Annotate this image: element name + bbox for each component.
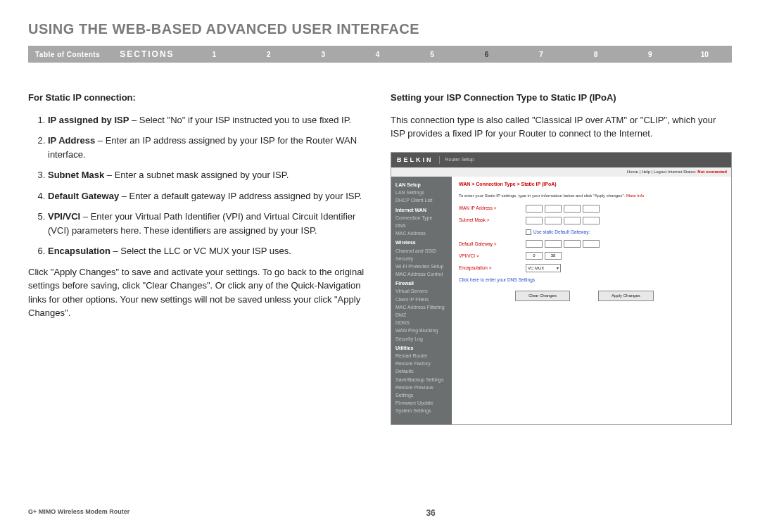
lbl-subnet: Subnet Mask > — [459, 217, 526, 224]
side-system-settings[interactable]: System Settings — [395, 407, 448, 414]
step-5-label: VPI/VCI — [48, 211, 80, 222]
section-navbar: Table of Contents SECTIONS 1 2 3 4 5 6 7… — [28, 46, 732, 63]
rs-main: WAN > Connection Type > Static IP (IPoA)… — [452, 177, 731, 424]
rs-sidebar: LAN Setup LAN Settings DHCP Client List … — [391, 177, 452, 424]
step-6-text: – Select the LLC or VC MUX your ISP uses… — [110, 246, 291, 256]
left-column: For Static IP connection: IP assigned by… — [28, 91, 369, 425]
step-3-label: Subnet Mask — [48, 170, 104, 180]
lbl-wanip: WAN IP Address > — [459, 205, 526, 212]
step-6-label: Encapsulation — [48, 246, 110, 256]
step-6: Encapsulation – Select the LLC or VC MUX… — [48, 244, 369, 258]
rs-instructions: To enter your Static IP settings, type i… — [459, 193, 724, 199]
rs-instr-text: To enter your Static IP settings, type i… — [459, 194, 625, 198]
encaps-value: VC MUX — [528, 265, 544, 272]
nav-toc[interactable]: Table of Contents — [28, 51, 107, 58]
nav-section-1[interactable]: 1 — [187, 51, 241, 58]
step-1-text: – Select "No" if your ISP instructed you… — [129, 115, 351, 125]
right-column: Setting your ISP Connection Type to Stat… — [391, 91, 732, 425]
side-security-log[interactable]: Security Log — [395, 335, 448, 343]
nav-section-8[interactable]: 8 — [569, 51, 623, 58]
side-mac[interactable]: MAC Address — [395, 229, 448, 237]
side-wireless: Wireless — [395, 239, 448, 246]
vci-value[interactable]: 38 — [545, 252, 562, 260]
nav-section-6[interactable]: 6 — [460, 51, 514, 58]
subnet-input[interactable] — [526, 217, 600, 224]
steps-list: IP assigned by ISP – Select "No" if your… — [28, 113, 369, 258]
step-2-label: IP Address — [48, 135, 95, 146]
side-channel-ssid[interactable]: Channel and SSID — [395, 247, 448, 255]
side-wps[interactable]: Wi-Fi Protected Setup — [395, 262, 448, 270]
nav-section-9[interactable]: 9 — [623, 51, 677, 58]
side-lan: LAN Setup — [395, 181, 448, 189]
side-client-ip-filters[interactable]: Client IP Filters — [395, 296, 448, 303]
clear-changes-button[interactable]: Clear Changes — [515, 291, 570, 301]
vpivci-input[interactable]: 0 38 — [526, 252, 562, 260]
step-4-label: Default Gateway — [48, 191, 119, 201]
use-static-gateway-checkbox[interactable]: Use static Default Gateway: — [526, 229, 590, 236]
nav-sections-label: SECTIONS — [107, 49, 186, 59]
step-1: IP assigned by ISP – Select "No" if your… — [48, 113, 369, 127]
rs-routersetup: Router Setup — [439, 156, 474, 164]
nav-section-7[interactable]: 7 — [514, 51, 568, 58]
side-mac-filtering[interactable]: MAC Address Filtering — [395, 303, 448, 311]
footer-page-number: 36 — [426, 508, 435, 518]
encapsulation-select[interactable]: VC MUX ▾ — [526, 264, 561, 272]
step-5: VPI/VCI – Enter your Virtual Path Identi… — [48, 210, 369, 237]
use-static-label: Use static Default Gateway: — [533, 229, 590, 234]
vpi-value[interactable]: 0 — [526, 252, 543, 260]
step-2: IP Address – Enter an IP address assigne… — [48, 134, 369, 161]
nav-section-5[interactable]: 5 — [405, 51, 459, 58]
side-dmz[interactable]: DMZ — [395, 311, 448, 319]
router-screenshot: BELKIN Router Setup Home | Help | Logout… — [391, 152, 732, 426]
side-restore-previous[interactable]: Restore Previous Settings — [395, 384, 448, 399]
side-security[interactable]: Security — [395, 255, 448, 262]
side-mac-control[interactable]: MAC Address Control — [395, 270, 448, 278]
side-connection-type[interactable]: Connection Type — [395, 214, 448, 222]
step-4-text: – Enter a default gateway IP address ass… — [119, 191, 362, 201]
step-3-text: – Enter a subnet mask assigned by your I… — [104, 170, 289, 180]
nav-section-2[interactable]: 2 — [241, 51, 296, 58]
rs-brand: BELKIN — [397, 156, 433, 165]
rs-header: BELKIN Router Setup — [391, 153, 731, 168]
nav-section-3[interactable]: 3 — [296, 51, 350, 58]
dns-settings-link[interactable]: Click here to enter your DNS Settings — [459, 277, 724, 284]
rs-more-info[interactable]: More Info — [626, 194, 644, 198]
wanip-input[interactable] — [526, 205, 600, 213]
step-4: Default Gateway – Enter a default gatewa… — [48, 189, 369, 203]
left-paragraph: Click "Apply Changes" to save and activa… — [28, 265, 369, 320]
side-restore-defaults[interactable]: Restore Factory Defaults — [395, 360, 448, 375]
rs-breadcrumb: WAN > Connection Type > Static IP (IPoA) — [459, 181, 724, 189]
apply-changes-button[interactable]: Apply Changes — [598, 291, 654, 301]
side-dhcp-client[interactable]: DHCP Client List — [395, 196, 448, 204]
side-save-backup[interactable]: Save/Backup Settings — [395, 376, 448, 384]
gateway-input[interactable] — [526, 240, 600, 248]
side-restart[interactable]: Restart Router — [395, 352, 448, 360]
side-wan: Internet WAN — [395, 206, 448, 214]
side-firmware[interactable]: Firmware Update — [395, 399, 448, 407]
nav-section-10[interactable]: 10 — [678, 51, 732, 58]
rs-topbar-links[interactable]: Home | Help | Logout Internet Status: — [627, 170, 697, 174]
side-firewall: Firewall — [395, 279, 448, 287]
nav-section-4[interactable]: 4 — [350, 51, 405, 58]
side-ddns[interactable]: DDNS — [395, 319, 448, 327]
side-virtual-servers[interactable]: Virtual Servers — [395, 287, 448, 295]
side-lan-settings[interactable]: LAN Settings — [395, 189, 448, 196]
lbl-vpivci: VPI/VCI > — [459, 253, 526, 260]
step-1-label: IP assigned by ISP — [48, 115, 129, 125]
lbl-encaps: Encapsulation > — [459, 265, 526, 272]
page-title: USING THE WEB-BASED ADVANCED USER INTERF… — [28, 21, 732, 37]
rs-status-notconnected: Not connected — [697, 170, 727, 174]
right-paragraph: This connection type is also called "Cla… — [391, 113, 732, 141]
footer-product: G+ MIMO Wireless Modem Router — [28, 508, 129, 518]
side-dns[interactable]: DNS — [395, 222, 448, 229]
chevron-down-icon: ▾ — [557, 265, 559, 272]
step-5-text: – Enter your Virtual Path Identifier (VP… — [48, 211, 355, 236]
right-heading: Setting your ISP Connection Type to Stat… — [391, 91, 732, 105]
rs-topbar: Home | Help | Logout Internet Status: No… — [391, 167, 731, 177]
side-utilities: Utilities — [395, 344, 448, 352]
side-wan-ping[interactable]: WAN Ping Blocking — [395, 327, 448, 334]
lbl-gateway: Default Gateway > — [459, 241, 526, 248]
step-3: Subnet Mask – Enter a subnet mask assign… — [48, 168, 369, 182]
page-footer: G+ MIMO Wireless Modem Router 36 — [28, 508, 732, 518]
left-heading: For Static IP connection: — [28, 91, 369, 105]
